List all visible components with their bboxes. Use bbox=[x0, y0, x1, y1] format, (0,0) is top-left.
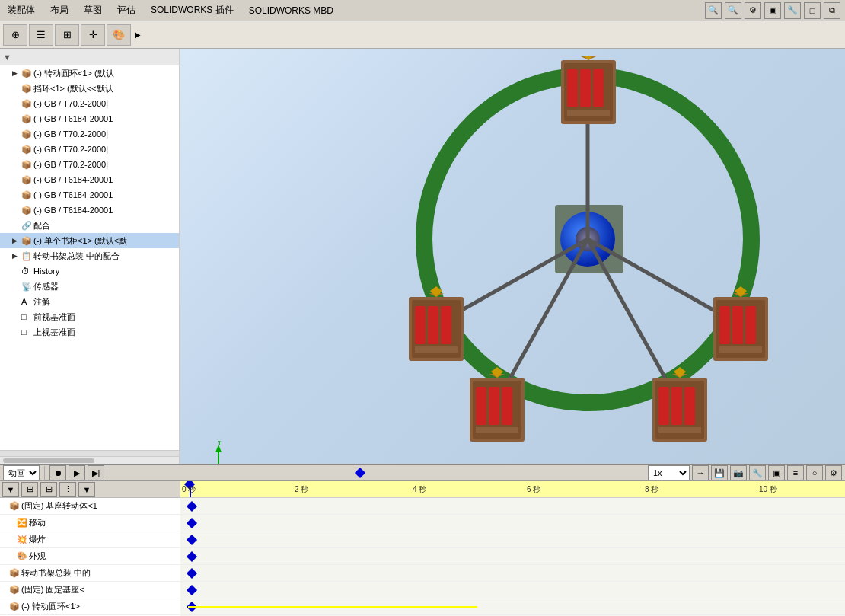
menu-layout[interactable]: 布局 bbox=[43, 1, 76, 20]
view-icon[interactable]: ▣ bbox=[764, 2, 781, 19]
tree-item-6[interactable]: 📦 (-) GB / T70.2-2000| bbox=[0, 157, 179, 172]
anim-camera-btn[interactable]: 📷 bbox=[730, 465, 747, 480]
color-btn[interactable]: 🎨 bbox=[107, 24, 131, 46]
tree-item-17[interactable]: □ 上视基准面 bbox=[0, 324, 179, 340]
tree-item-9[interactable]: 📦 (-) GB / T6184-20001 bbox=[0, 203, 179, 218]
menu-sketch[interactable]: 草图 bbox=[76, 1, 110, 20]
horizontal-scrollbar[interactable] bbox=[0, 456, 179, 464]
search2-icon[interactable]: 🔍 bbox=[725, 2, 741, 19]
timeline-collapse-btn[interactable]: ⊟ bbox=[40, 482, 57, 497]
anim-tool3-btn[interactable]: ≡ bbox=[787, 465, 804, 480]
timeline-track: 0 秒 2 秒 4 秒 6 秒 8 秒 10 秒 bbox=[180, 481, 845, 616]
tree-icon: 📦 bbox=[21, 145, 33, 155]
tree-item-15[interactable]: A 注解 bbox=[0, 294, 179, 309]
tree-item-12[interactable]: ▶ 📋 转动书架总装 中的配合 bbox=[0, 248, 179, 263]
tree-indent bbox=[3, 296, 12, 307]
timeline-label: (-) 转动圆环<1> bbox=[21, 601, 80, 612]
tools-icon[interactable]: 🔧 bbox=[784, 2, 801, 19]
svg-rect-35 bbox=[476, 387, 486, 425]
anim-play-btn[interactable]: ▶ bbox=[69, 465, 85, 480]
tree-item-0[interactable]: ▶ 📦 (-) 转动圆环<1> (默认 bbox=[0, 65, 179, 81]
tree-area[interactable]: ▶ 📦 (-) 转动圆环<1> (默认 📦 挡环<1> (默认<<默认 📦 (-… bbox=[0, 65, 179, 450]
toolbar-right-icons: 🔍 🔍 ⚙ ▣ 🔧 □ ⧉ bbox=[705, 2, 845, 19]
window-icon[interactable]: ⧉ bbox=[824, 2, 840, 19]
timeline-item-4[interactable]: 📦 转动书架总装 中的 bbox=[0, 565, 180, 582]
anim-step-btn[interactable]: ▶| bbox=[88, 465, 104, 480]
tree-icon: 📦 bbox=[21, 160, 33, 170]
timeline-tree-items: 📦 (固定) 基座转动体<1 🔀 移动 💥 爆炸 🎨 外观 📦 转动书架总装 中… bbox=[0, 498, 180, 616]
timeline-item-2[interactable]: 💥 爆炸 bbox=[0, 531, 180, 548]
svg-rect-20 bbox=[732, 306, 743, 344]
tree-label: (-) 单个书柜<1> (默认<默 bbox=[33, 235, 127, 247]
tree-item-1[interactable]: 📦 挡环<1> (默认<<默认 bbox=[0, 81, 179, 96]
tree-item-11[interactable]: ▶ 📦 (-) 单个书柜<1> (默认<默 bbox=[0, 233, 179, 248]
timeline-more-btn[interactable]: ▼ bbox=[78, 482, 95, 497]
anim-tool2-btn[interactable]: ▣ bbox=[768, 465, 785, 480]
svg-rect-43 bbox=[415, 306, 426, 344]
tree-item-3[interactable]: 📦 (-) GB / T6184-20001 bbox=[0, 111, 179, 126]
track-row-2 bbox=[180, 531, 845, 548]
tree-icon: 📋 bbox=[21, 251, 33, 261]
timeline-label: 爆炸 bbox=[29, 534, 46, 545]
tree-label: 注解 bbox=[33, 296, 50, 308]
speed-select[interactable]: 1x bbox=[648, 465, 690, 480]
tree-arrow: ▶ bbox=[12, 237, 21, 244]
anim-arrow-btn[interactable]: → bbox=[692, 465, 709, 480]
tree-item-8[interactable]: 📦 (-) GB / T6184-20001 bbox=[0, 187, 179, 203]
display-icon[interactable]: □ bbox=[804, 2, 821, 19]
timeline-filter-btn[interactable]: ▼ bbox=[2, 482, 19, 497]
timeline-options-btn[interactable]: ⋮ bbox=[59, 482, 76, 497]
timeline-item-0[interactable]: 📦 (固定) 基座转动体<1 bbox=[0, 498, 180, 515]
left-panel: ▼ ▶ 📦 (-) 转动圆环<1> (默认 📦 挡环<1> (默认<<默认 📦 … bbox=[0, 49, 180, 464]
timeline-item-6[interactable]: 📦 (-) 转动圆环<1> bbox=[0, 598, 180, 615]
menu-sw-plugin[interactable]: SOLIDWORKS 插件 bbox=[143, 1, 241, 20]
tree-item-2[interactable]: 📦 (-) GB / T70.2-2000| bbox=[0, 96, 179, 111]
svg-rect-11 bbox=[567, 69, 578, 107]
track-diamond-5[interactable] bbox=[187, 585, 197, 595]
track-diamond-0[interactable] bbox=[187, 501, 197, 512]
viewport-3d[interactable]: Y X Z bbox=[180, 49, 845, 464]
vertical-scrollbar[interactable] bbox=[0, 450, 179, 456]
track-diamond-3[interactable] bbox=[187, 551, 197, 562]
timeline-item-1[interactable]: 🔀 移动 bbox=[0, 515, 180, 531]
timeline-area: ▼ ⊞ ⊟ ⋮ ▼ 📦 (固定) 基座转动体<1 🔀 移动 💥 爆炸 🎨 外观 bbox=[0, 481, 845, 616]
tree-item-4[interactable]: 📦 (-) GB / T70.2-2000| bbox=[0, 126, 179, 142]
layout-btn[interactable]: ⊞ bbox=[55, 24, 79, 46]
anim-save-btn[interactable]: 💾 bbox=[711, 465, 728, 480]
anim-toolbar: 动画 ⏺ ▶ ▶| 1x → 💾 📷 🔧 ▣ ≡ ○ ⚙ bbox=[0, 465, 845, 481]
track-diamond-2[interactable] bbox=[187, 535, 197, 545]
timeline-item-5[interactable]: 📦 (固定) 固定基座< bbox=[0, 582, 180, 598]
tree-label: History bbox=[33, 267, 59, 276]
timeline-label: (固定) 固定基座< bbox=[21, 584, 84, 595]
anim-record-btn[interactable]: ⏺ bbox=[49, 465, 66, 480]
anim-tool4-btn[interactable]: ○ bbox=[806, 465, 823, 480]
track-diamond-1[interactable] bbox=[187, 518, 197, 528]
options-icon[interactable]: ⚙ bbox=[745, 2, 761, 19]
search-icon[interactable]: 🔍 bbox=[705, 2, 722, 19]
tree-item-16[interactable]: □ 前视基准面 bbox=[0, 309, 179, 324]
timeline-tree[interactable]: ▼ ⊞ ⊟ ⋮ ▼ 📦 (固定) 基座转动体<1 🔀 移动 💥 爆炸 🎨 外观 bbox=[0, 481, 180, 616]
tree-icon: □ bbox=[21, 312, 33, 321]
menu-sw-mbd[interactable]: SOLIDWORKS MBD bbox=[241, 2, 341, 19]
anim-mode-select[interactable]: 动画 bbox=[3, 465, 40, 480]
components-btn[interactable]: ☰ bbox=[29, 24, 53, 46]
svg-rect-37 bbox=[502, 387, 512, 425]
timeline-item-3[interactable]: 🎨 外观 bbox=[0, 548, 180, 565]
tree-item-14[interactable]: 📡 传感器 bbox=[0, 279, 179, 294]
tree-item-10[interactable]: 🔗 配合 bbox=[0, 218, 179, 233]
track-diamond-4[interactable] bbox=[187, 568, 197, 579]
mate-btn[interactable]: ✛ bbox=[81, 24, 105, 46]
assembly-btn[interactable]: ⊕ bbox=[3, 24, 27, 46]
anim-settings-btn[interactable]: ⚙ bbox=[825, 465, 842, 480]
tree-indent bbox=[3, 311, 12, 322]
menu-assembly[interactable]: 装配体 bbox=[0, 1, 43, 20]
timeline-expand-btn[interactable]: ⊞ bbox=[21, 482, 38, 497]
anim-tool1-btn[interactable]: 🔧 bbox=[749, 465, 766, 480]
tree-item-7[interactable]: 📦 (-) GB / T6184-20001 bbox=[0, 172, 179, 187]
toolbar-expand-arrow[interactable]: ▶ bbox=[132, 24, 143, 46]
tree-item-5[interactable]: 📦 (-) GB / T70.2-2000| bbox=[0, 142, 179, 157]
menu-evaluate[interactable]: 评估 bbox=[110, 1, 143, 20]
timeline-label: 外观 bbox=[29, 551, 46, 562]
tree-indent bbox=[3, 68, 12, 78]
tree-item-13[interactable]: ⏱ History bbox=[0, 263, 179, 279]
